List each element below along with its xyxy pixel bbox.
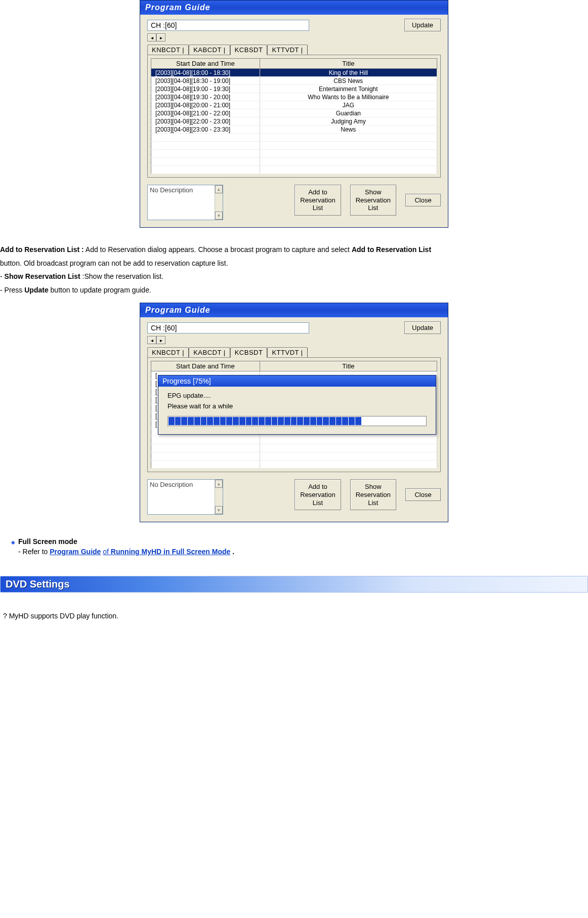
tab-kabcdt[interactable]: KABCDT | — [189, 45, 230, 55]
description-scrollbar[interactable]: ▴ ▾ — [215, 480, 223, 514]
label-add-reservation: Add to Reservation List : — [0, 245, 84, 254]
table-row — [151, 452, 437, 461]
progress-segment — [265, 417, 271, 425]
progress-segment — [323, 417, 329, 425]
link-fullscreen-mode[interactable]: Running MyHD in Full Screen Mode — [111, 548, 230, 556]
table-row — [151, 444, 437, 452]
add-reservation-button[interactable]: Add to Reservation List — [295, 185, 341, 216]
add-reservation-button[interactable]: Add to Reservation List — [295, 479, 341, 510]
description-scrollbar[interactable]: ▴ ▾ — [215, 185, 223, 220]
col-start[interactable]: Start Date and Time — [151, 59, 260, 69]
tab-kcbsdt[interactable]: KCBSDT — [230, 45, 268, 55]
progress-bar — [167, 416, 427, 426]
progress-segment — [220, 417, 226, 425]
close-button[interactable]: Close — [405, 488, 441, 501]
table-row[interactable]: [2003][04-08][18:00 - 18:30]King of the … — [151, 69, 437, 77]
dvd-settings-header: DVD Settings — [0, 576, 588, 593]
table-row[interactable]: [2003][04-08][20:00 - 21:00]JAG — [151, 101, 437, 109]
col-title[interactable]: Title — [260, 59, 437, 69]
progress-segment — [304, 417, 310, 425]
progress-segment — [252, 417, 258, 425]
channel-field[interactable]: CH :[60] — [147, 20, 309, 31]
progress-segment — [207, 417, 213, 425]
progress-segment — [175, 417, 181, 425]
update-button[interactable]: Update — [404, 321, 441, 334]
progress-segment — [188, 417, 194, 425]
channel-field[interactable]: CH :[60] — [147, 322, 309, 333]
table-row[interactable]: [2003][04-08][18:30 - 19:00]CBS News — [151, 77, 437, 85]
progress-segment — [246, 417, 252, 425]
scroll-down-icon[interactable]: ▾ — [215, 506, 223, 514]
progress-segment — [194, 417, 200, 425]
progress-segment — [394, 417, 400, 425]
dialog-title: Program Guide — [140, 303, 448, 317]
description-box[interactable]: No Description ▴ ▾ — [147, 479, 223, 515]
progress-segment — [329, 417, 335, 425]
table-row[interactable]: [2003][04-08][19:00 - 19:30]Entertainmen… — [151, 85, 437, 93]
channel-tabs: KNBCDT |KABCDT |KCBSDTKTTVDT | — [147, 45, 441, 55]
fullscreen-heading: Full Screen mode — [18, 537, 77, 546]
progress-line2: Please wait for a while — [167, 402, 427, 410]
progress-segment — [342, 417, 348, 425]
col-start: Start Date and Time — [151, 361, 260, 371]
tab-kttvdt[interactable]: KTTVDT | — [267, 45, 307, 55]
dvd-line: ? MyHD supports DVD play function. — [0, 608, 588, 620]
tab-scroll-left[interactable]: ◂ — [147, 336, 156, 344]
description-box[interactable]: No Description ▴ ▾ — [147, 185, 223, 220]
progress-segment — [387, 417, 393, 425]
table-row[interactable]: [2003][04-08][22:00 - 23:00]Judging Amy — [151, 117, 437, 126]
progress-segment — [297, 417, 303, 425]
tab-kttvdt[interactable]: KTTVDT | — [267, 347, 307, 357]
tab-scroll-right[interactable]: ▸ — [156, 336, 165, 344]
description-text: No Description — [150, 481, 193, 488]
table-row — [151, 461, 437, 469]
dialog-title: Program Guide — [140, 1, 448, 15]
tab-knbcdt[interactable]: KNBCDT | — [147, 45, 189, 55]
scroll-down-icon[interactable]: ▾ — [215, 212, 223, 220]
progress-segment — [284, 417, 290, 425]
progress-segment — [226, 417, 232, 425]
scroll-up-icon[interactable]: ▴ — [215, 185, 223, 193]
close-button[interactable]: Close — [405, 194, 441, 206]
progress-segment — [317, 417, 323, 425]
progress-segment — [233, 417, 239, 425]
table-row[interactable]: [2003][04-08][21:00 - 22:00]Guardian — [151, 109, 437, 117]
link-program-guide[interactable]: Program Guide — [50, 548, 101, 556]
progress-segment — [201, 417, 207, 425]
table-row — [151, 150, 437, 158]
col-title: Title — [260, 361, 437, 371]
progress-segment — [413, 417, 419, 425]
progress-segment — [272, 417, 278, 425]
tab-kcbsdt[interactable]: KCBSDT — [230, 347, 268, 358]
progress-segment — [259, 417, 265, 425]
bullet-icon: ◆ — [11, 538, 15, 547]
show-reservation-button[interactable]: Show Reservation List — [350, 479, 396, 510]
tab-kabcdt[interactable]: KABCDT | — [189, 347, 230, 357]
tab-scroll-right[interactable]: ▸ — [156, 33, 165, 41]
progress-segment — [368, 417, 374, 425]
progress-title: Progress [75%] — [158, 375, 436, 387]
description-text: No Description — [150, 186, 193, 194]
table-row[interactable]: [2003][04-08][19:30 - 20:00]Who Wants to… — [151, 93, 437, 101]
program-table[interactable]: Start Date and Time Title [2003][04-08][… — [151, 58, 437, 174]
progress-segment — [239, 417, 245, 425]
program-guide-dialog-updating: Program Guide CH :[60] Update ◂ ▸ KNBCDT… — [140, 303, 448, 522]
progress-segment — [362, 417, 368, 425]
tab-knbcdt[interactable]: KNBCDT | — [147, 347, 189, 357]
program-guide-dialog: Program Guide CH :[60] Update ◂ ▸ KNBCDT… — [140, 0, 448, 228]
progress-segment — [169, 417, 175, 425]
progress-segment — [336, 417, 342, 425]
update-button[interactable]: Update — [404, 19, 441, 31]
progress-line1: EPG update.... — [167, 392, 427, 399]
table-row — [151, 166, 437, 174]
scroll-up-icon[interactable]: ▴ — [215, 480, 223, 488]
body-text: Add to Reservation List : Add to Reserva… — [0, 243, 588, 303]
table-row — [151, 436, 437, 444]
tab-scroll-left[interactable]: ◂ — [147, 33, 156, 41]
table-row[interactable]: [2003][04-08][23:00 - 23:30]News — [151, 126, 437, 134]
table-row — [151, 142, 437, 150]
progress-segment — [419, 417, 426, 425]
progress-segment — [355, 417, 361, 425]
show-reservation-button[interactable]: Show Reservation List — [350, 185, 396, 216]
progress-segment — [381, 417, 387, 425]
